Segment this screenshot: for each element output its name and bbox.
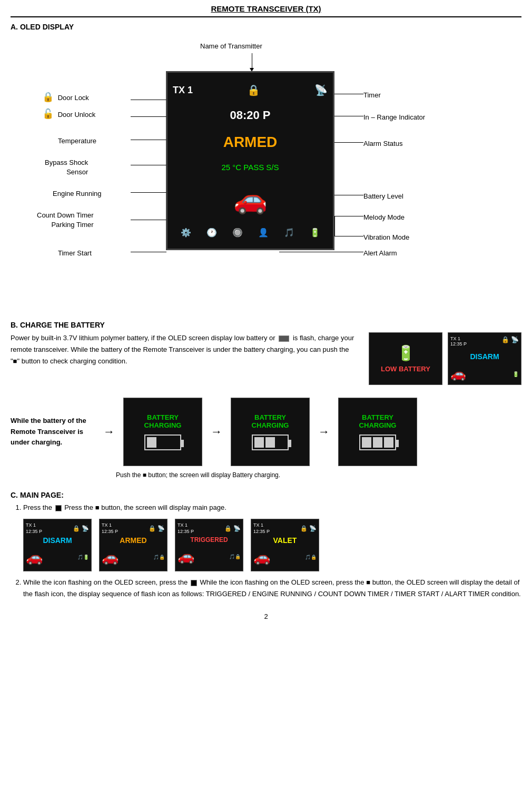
line-bypass (131, 165, 166, 165)
disarm-b-label: DISARM (470, 352, 499, 361)
oled-disarm-b: TX 112:35 P 🔒 📡 DISARM 🚗 🔋 (448, 332, 521, 385)
section-b: B. CHARGE THE BATTERY Power by built-in … (11, 321, 521, 480)
label-inrange: In – Range Indicator (363, 113, 425, 121)
label-door-lock: 🔒 Door Lock (42, 91, 89, 103)
page-number: 2 (11, 613, 521, 620)
icon-battery: 🔋 (310, 228, 320, 238)
label-temperature: Temperature (58, 137, 96, 145)
label-battery: Battery Level (363, 192, 403, 200)
section-b-title: B. CHARGE THE BATTERY (11, 321, 521, 329)
line-door-lock (131, 100, 166, 100)
charge-screen-2: BATTERYCHARGING (231, 398, 310, 466)
oled-screen: TX 1 🔒 📡 08:20 P ARMED 25 °C PASS S/S 🚗 … (166, 71, 334, 250)
car-disarm: 🚗 (26, 547, 43, 569)
oled-lock-icon: 🔒 (247, 84, 260, 96)
label-door-unlock: 🔓 Door Unlock (42, 108, 95, 120)
line-timerstart (131, 252, 166, 252)
label-countdown: Count Down TimerParking Timer (37, 211, 94, 230)
charging-text: While the battery of the Remote Transcei… (11, 416, 95, 448)
section-c-item1: Press the Press the ■ button, the screen… (23, 502, 521, 571)
button-icon-2 (191, 580, 197, 586)
charge-screen-3: BATTERYCHARGING (338, 398, 417, 466)
icon-gear: ⚙️ (181, 228, 191, 238)
car-triggered: 🚗 (178, 546, 194, 568)
line-melody (334, 216, 363, 216)
arrow-1: → (103, 425, 115, 439)
car-valet: 🚗 (253, 547, 270, 569)
battery-icon-inline (279, 335, 289, 342)
label-timerstart: Timer Start (58, 249, 92, 257)
line-alert (334, 252, 363, 252)
battery-low-icon: 🔋 (397, 344, 415, 362)
label-vibration: Vibration Mode (363, 233, 409, 241)
oled-time: 08:20 P (230, 108, 270, 122)
section-c-title: C. MAIN PAGE: (11, 491, 521, 499)
line-temperature (131, 140, 166, 140)
label-melody: Melody Mode (363, 213, 405, 221)
section-c: C. MAIN PAGE: Press the Press the ■ butt… (11, 491, 521, 600)
line-engine (131, 192, 166, 193)
oled-disarm: TX 112:35 P 🔒 📡 DISARM 🚗 🎵🔋 (23, 519, 92, 571)
line-countdown (131, 220, 166, 220)
label-timer: Timer (363, 91, 381, 99)
section-a-title: A. OLED DISPLAY (11, 23, 521, 31)
oled-low-battery: 🔋 LOW BATTERY (369, 332, 442, 385)
section-b-text: Power by built-in 3.7V lithium polymer b… (11, 332, 358, 367)
icon-clock: 🕐 (206, 228, 217, 238)
status-triggered: TRIGGERED (178, 535, 241, 545)
label-bypass: Bypass ShockSensor (45, 158, 88, 177)
line-timer (334, 94, 363, 94)
car-disarm-b: 🚗 (450, 367, 466, 381)
section-b-images: 🔋 LOW BATTERY TX 112:35 P 🔒 📡 DISARM 🚗 🔋 (369, 332, 521, 385)
car-armed: 🚗 (102, 547, 119, 569)
oled-temp: 25 °C PASS S/S (221, 163, 279, 172)
line-inrange (334, 116, 363, 116)
oled-tx: TX 1 (173, 85, 193, 96)
line-door-unlock (131, 116, 166, 117)
icon-circle: 🔘 (232, 228, 243, 238)
low-battery-label: LOW BATTERY (381, 365, 430, 373)
line-battery (334, 195, 363, 195)
name-arrow-line (252, 53, 252, 69)
icon-music: 🎵 (284, 228, 294, 238)
arrow-3: → (318, 425, 330, 439)
charge-screen-1: BATTERY CHARGING (123, 398, 202, 466)
label-alert: Alert Alarm (363, 249, 397, 257)
status-disarm: DISARM (26, 535, 89, 546)
label-alarm: Alarm Status (363, 140, 402, 147)
oled-car: 🚗 (233, 183, 268, 215)
status-armed: ARMED (102, 535, 165, 546)
oled-signal-icon: 📡 (314, 84, 328, 96)
button-icon-inline (55, 505, 62, 511)
bracket-right (334, 216, 335, 236)
oled-triggered: TX 112:35 P 🔒 📡 TRIGGERED 🚗 🎵🔒 (175, 519, 243, 571)
oled-armed: ARMED (223, 134, 278, 151)
battery-corner: 🔋 (513, 371, 519, 377)
line-alarm (334, 142, 363, 143)
status-valet: VALET (253, 535, 317, 546)
oled-valet: TX 112:35 P 🔒 📡 VALET 🚗 🎵🔒 (251, 519, 319, 571)
line-vibration (334, 236, 363, 236)
transmitter-name-label: Name of Transmitter (200, 42, 262, 50)
section-a: A. OLED DISPLAY Name of Transmitter TX 1… (11, 23, 521, 308)
main-page-images: TX 112:35 P 🔒 📡 DISARM 🚗 🎵🔋 TX 112:35 P … (23, 519, 521, 571)
oled-icons-row: ⚙️ 🕐 🔘 👤 🎵 🔋 (173, 228, 328, 238)
label-engine: Engine Running (53, 190, 102, 197)
charging-section: While the battery of the Remote Transcei… (11, 398, 521, 466)
line-timerstart2 (279, 252, 334, 252)
page-title: REMOTE TRANSCEIVER (TX) (11, 0, 521, 17)
oled-armed: TX 112:35 P 🔒 📡 ARMED 🚗 🎵🔒 (99, 519, 168, 571)
arrow-2: → (211, 425, 222, 439)
icon-person: 👤 (258, 228, 269, 238)
push-text: Push the ■ button; the screen will displ… (116, 470, 521, 480)
section-c-item2: While the icon flashing on the OLED scre… (23, 577, 521, 600)
